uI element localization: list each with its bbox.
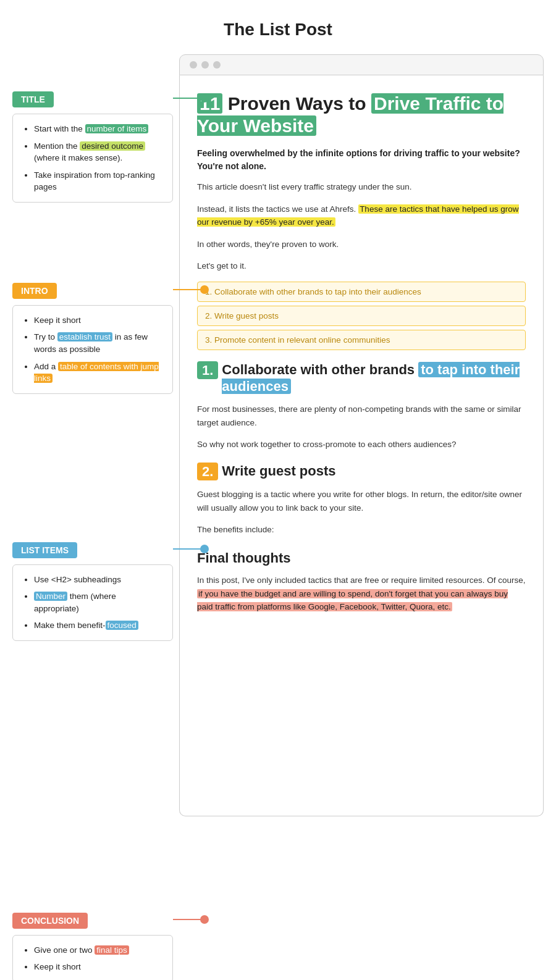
browser-body: 11 Proven Ways to Drive Traffic to Your …	[179, 75, 544, 816]
section2-para2: The benefits include:	[197, 523, 526, 537]
page-title: The List Post	[0, 0, 556, 54]
title-label: TITLE	[12, 91, 54, 107]
list-item: Keep it short	[34, 314, 162, 327]
section1-heading-text: Collaborate with other brands to tap int…	[222, 361, 526, 395]
final-thoughts-heading: Final thoughts	[197, 550, 526, 566]
section1-para2: So why not work together to cross-promot…	[197, 438, 526, 451]
section2-num: 2.	[197, 463, 218, 481]
list-item: Number them (where appropriate)	[34, 590, 162, 614]
article-title: 11 Proven Ways to Drive Traffic to Your …	[197, 93, 526, 137]
list-item: Take inspiration from top-ranking pages	[34, 169, 162, 193]
toc-list: 1. Collaborate with other brands to tap …	[197, 282, 526, 350]
browser-panel: 11 Proven Ways to Drive Traffic to Your …	[179, 54, 544, 980]
number-of-items-highlight: number of items	[85, 124, 149, 133]
article-para-3: In other words, they're proven to work.	[197, 238, 526, 251]
article-para-2: Instead, it lists the tactics we use at …	[197, 203, 526, 229]
article-para-1: This article doesn't list every traffic …	[197, 180, 526, 194]
section2-para1: Guest blogging is a tactic where you wri…	[197, 488, 526, 514]
sidebar-list-section: LIST ITEMS Use <H2> subheadings Number t…	[12, 542, 173, 641]
sidebar-title-section: TITLE Start with the number of items Men…	[12, 91, 173, 203]
intro-connector-dot	[200, 285, 209, 294]
desired-outcome-highlight: desired outcome	[80, 141, 145, 151]
list-items-label: LIST ITEMS	[12, 542, 77, 558]
toc-item-1: 1. Collaborate with other brands to tap …	[197, 282, 526, 302]
list-item: Give one or two final tips	[34, 944, 162, 957]
list-item: Make them benefit-focused	[34, 619, 162, 632]
list-item: Use <H2> subheadings	[34, 574, 162, 586]
list-item: Keep it short	[34, 961, 162, 973]
conclusion-label: CONCLUSION	[12, 913, 88, 929]
article-para-4: Let's get to it.	[197, 259, 526, 273]
para2-pre: Instead, it lists the tactics we use at …	[197, 204, 358, 214]
section1-heading-pre: Collaborate with other brands	[222, 362, 418, 377]
list-item: Try to establish trust in as few words a…	[34, 331, 162, 355]
number-highlight: Number	[34, 592, 67, 601]
browser-dot-3	[213, 61, 221, 69]
final-para-pre: In this post, I've only included tactics…	[197, 576, 526, 585]
toc-item-3: 3. Promote content in relevant online co…	[197, 330, 526, 350]
establish-trust-highlight: establish trust	[57, 332, 112, 341]
sidebar-intro-section: INTRO Keep it short Try to establish tru…	[12, 283, 173, 394]
section1-para1: For most businesses, there are plenty of…	[197, 403, 526, 429]
list-item: Add a table of contents with jump links	[34, 361, 162, 385]
list-item: Mention the desired outcome (where it ma…	[34, 140, 162, 164]
toc-item-2: 2. Write guest posts	[197, 306, 526, 326]
conclusion-box: Give one or two final tips Keep it short	[12, 935, 173, 980]
browser-dot-2	[201, 61, 209, 69]
section2-heading-text: Write guest posts	[222, 463, 335, 480]
intro-label: INTRO	[12, 283, 57, 299]
list-connector-dot	[200, 545, 209, 553]
section1-heading: 1. Collaborate with other brands to tap …	[197, 361, 526, 395]
toc-highlight: table of contents with jump links	[34, 362, 159, 383]
list-items-box: Use <H2> subheadings Number them (where …	[12, 564, 173, 641]
list-item: Start with the number of items	[34, 123, 162, 135]
focused-highlight: focused	[106, 621, 138, 630]
intro-box: Keep it short Try to establish trust in …	[12, 305, 173, 394]
title-rest: Proven Ways to	[222, 93, 371, 114]
final-para-highlight: if you have the budget and are willing t…	[197, 589, 508, 612]
browser-chrome	[179, 54, 544, 75]
section2-heading: 2. Write guest posts	[197, 463, 526, 481]
sidebar-conclusion-section: CONCLUSION Give one or two final tips Ke…	[12, 913, 173, 980]
conclusion-connector-dot	[200, 915, 209, 924]
final-tips-highlight: final tips	[95, 945, 129, 955]
browser-dot-1	[190, 61, 197, 69]
section1-num: 1.	[197, 361, 218, 380]
article-intro-bold: Feeling overwhelmed by the infinite opti…	[197, 147, 526, 173]
final-para: In this post, I've only included tactics…	[197, 574, 526, 614]
title-box: Start with the number of items Mention t…	[12, 114, 173, 203]
title-connector-dot	[200, 94, 209, 103]
